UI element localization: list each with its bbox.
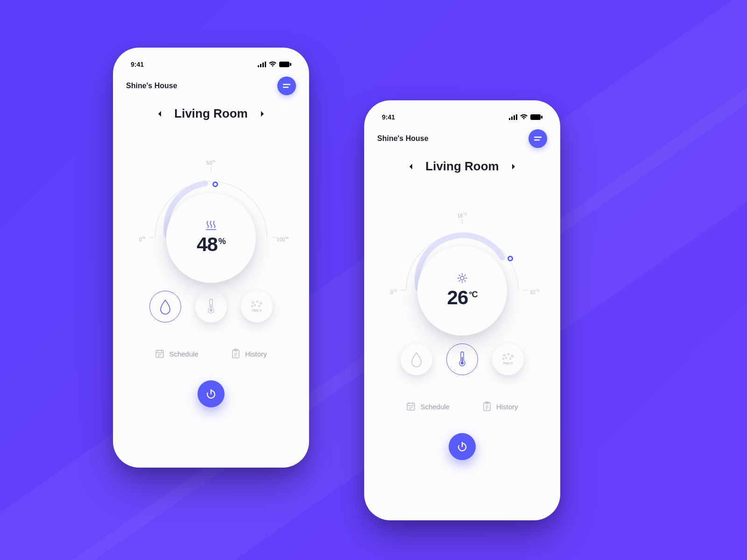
svg-line-44 xyxy=(459,275,460,276)
svg-point-15 xyxy=(259,306,260,307)
svg-point-51 xyxy=(508,354,509,355)
svg-line-46 xyxy=(459,280,460,281)
cellular-icon xyxy=(258,62,266,67)
svg-rect-4 xyxy=(279,62,289,67)
dial-knob: 48% xyxy=(166,193,256,283)
history-label: History xyxy=(245,350,267,358)
status-icons xyxy=(258,62,291,67)
wifi-icon xyxy=(520,114,528,120)
history-button[interactable]: History xyxy=(231,349,267,359)
power-button[interactable] xyxy=(449,433,476,460)
dial-indicator-dot[interactable] xyxy=(212,182,218,187)
menu-icon xyxy=(282,84,291,88)
schedule-label: Schedule xyxy=(169,350,198,358)
history-button[interactable]: History xyxy=(482,401,518,412)
svg-point-16 xyxy=(252,306,253,307)
svg-line-45 xyxy=(465,280,465,281)
schedule-label: Schedule xyxy=(420,403,450,411)
svg-rect-31 xyxy=(509,118,510,120)
history-label: History xyxy=(496,403,518,411)
svg-rect-2 xyxy=(262,63,264,67)
battery-icon xyxy=(279,62,291,67)
house-title: Shine's House xyxy=(126,82,177,90)
svg-rect-5 xyxy=(290,63,291,66)
mode-temperature-button[interactable] xyxy=(446,343,478,375)
wifi-icon xyxy=(269,62,276,67)
dial-scale-mid: 50% xyxy=(206,159,215,166)
temperature-dial[interactable]: 16°C 0°C 32°C xyxy=(374,202,550,332)
status-bar: 9:41 xyxy=(374,113,550,121)
menu-button[interactable] xyxy=(277,77,296,95)
mode-buttons: PM2.5 xyxy=(123,291,299,322)
mode-pm25-button[interactable]: PM2.5 xyxy=(241,291,273,322)
clipboard-icon xyxy=(231,349,240,359)
menu-icon xyxy=(534,136,542,141)
dial-value: 26°C xyxy=(447,287,478,309)
dial-scale-max: 100% xyxy=(277,236,289,242)
humidity-heat-icon xyxy=(205,220,217,231)
svg-point-12 xyxy=(257,301,258,302)
room-selector: Living Room xyxy=(123,106,299,121)
mode-temperature-button[interactable] xyxy=(195,291,227,322)
schedule-button[interactable]: Schedule xyxy=(406,401,450,412)
cellular-icon xyxy=(509,114,517,120)
dial-scale-mid: 16°C xyxy=(457,212,467,218)
pm25-icon: PM2.5 xyxy=(500,351,516,367)
house-title: Shine's House xyxy=(377,134,429,143)
footer-links: Schedule History xyxy=(374,401,550,412)
dial-indicator-dot[interactable] xyxy=(507,256,513,261)
prev-room-button[interactable] xyxy=(409,163,413,170)
next-room-button[interactable] xyxy=(260,111,265,117)
svg-rect-57 xyxy=(407,403,415,410)
calendar-icon xyxy=(406,402,416,411)
power-icon xyxy=(205,388,217,399)
mode-humidity-button[interactable] xyxy=(401,343,432,375)
battery-icon xyxy=(530,114,543,120)
mode-pm25-button[interactable]: PM2.5 xyxy=(492,343,524,375)
room-selector: Living Room xyxy=(374,159,550,174)
status-icons xyxy=(509,114,543,120)
svg-point-53 xyxy=(506,357,507,359)
status-time: 9:41 xyxy=(382,113,395,121)
dial-knob: 26°C xyxy=(417,246,507,336)
droplet-icon xyxy=(159,299,172,315)
dial-scale-min: 0°C xyxy=(390,288,397,295)
room-name: Living Room xyxy=(174,106,247,121)
svg-rect-34 xyxy=(516,114,517,120)
room-name: Living Room xyxy=(425,159,499,174)
status-bar: 9:41 xyxy=(123,61,299,68)
schedule-button[interactable]: Schedule xyxy=(155,349,198,359)
svg-point-54 xyxy=(510,358,511,360)
mode-humidity-button[interactable] xyxy=(149,291,181,322)
svg-point-14 xyxy=(254,305,256,306)
phone-humidity: 9:41 Shine's House Living Room xyxy=(113,48,309,468)
dial-value: 48% xyxy=(197,233,226,256)
prev-room-button[interactable] xyxy=(157,111,162,117)
humidity-dial[interactable]: 50% 0% 100% xyxy=(123,149,299,280)
menu-button[interactable] xyxy=(529,129,547,148)
svg-rect-18 xyxy=(156,350,163,357)
status-time: 9:41 xyxy=(131,61,144,68)
thermometer-icon xyxy=(206,299,216,315)
svg-rect-3 xyxy=(265,62,266,67)
svg-point-13 xyxy=(260,302,262,304)
thermometer-icon xyxy=(458,351,467,367)
phone-temperature: 9:41 Shine's House Living Room xyxy=(364,100,560,520)
svg-rect-32 xyxy=(511,117,513,120)
footer-links: Schedule History xyxy=(123,349,299,359)
sun-icon xyxy=(457,273,468,284)
svg-line-47 xyxy=(465,275,465,276)
next-room-button[interactable] xyxy=(511,163,516,170)
svg-rect-33 xyxy=(514,115,515,120)
power-button[interactable] xyxy=(197,380,225,407)
power-icon xyxy=(457,441,468,452)
droplet-icon xyxy=(410,351,423,367)
svg-text:PM2.5: PM2.5 xyxy=(252,309,261,312)
mode-buttons: PM2.5 xyxy=(374,343,550,375)
svg-point-11 xyxy=(252,301,254,303)
calendar-icon xyxy=(155,349,164,358)
pm25-icon: PM2.5 xyxy=(249,299,265,315)
svg-rect-36 xyxy=(541,116,543,119)
svg-rect-35 xyxy=(530,114,541,120)
svg-point-50 xyxy=(503,354,505,356)
